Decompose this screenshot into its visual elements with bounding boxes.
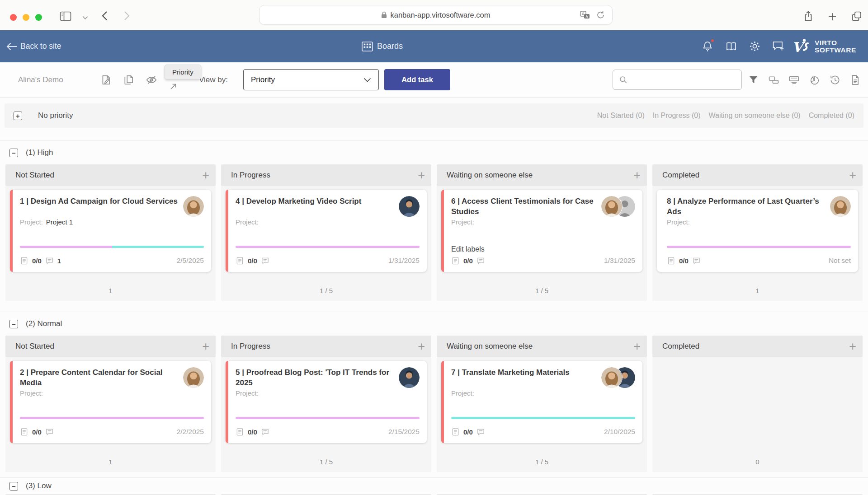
add-card-button[interactable]: +: [849, 169, 856, 182]
add-task-button[interactable]: Add task: [384, 69, 450, 90]
back-to-site-link[interactable]: Back to site: [6, 30, 61, 62]
task-card[interactable]: 6 | Access Client Testimonials for Case …: [441, 190, 642, 272]
tab-overview-icon[interactable]: [852, 11, 862, 21]
sidebar-toggle-icon[interactable]: [60, 11, 71, 21]
card-footer: 0/0 1/31/2025: [451, 255, 635, 266]
boards-nav[interactable]: Boards: [362, 30, 403, 62]
expand-section-icon[interactable]: +: [14, 112, 22, 120]
task-card[interactable]: 2 | Prepare Content Calendar for Social …: [10, 361, 211, 443]
card-footer: 0/0 Not set: [667, 255, 851, 266]
hide-icon[interactable]: [146, 74, 157, 86]
search-icon: [618, 75, 628, 84]
task-card[interactable]: 1 | Design Ad Campaign for Cloud Service…: [10, 190, 211, 272]
comments-icon: [261, 428, 269, 436]
column-name: In Progress: [231, 171, 270, 180]
task-title: 5 | Proofread Blog Post: 'Top IT Trends …: [236, 367, 399, 388]
checklist-count: 0/0: [463, 257, 473, 265]
column-count: 1 / 5: [221, 451, 431, 472]
add-card-button[interactable]: +: [633, 169, 641, 182]
comments-icon: [692, 257, 701, 265]
export-pdf-icon[interactable]: [849, 74, 861, 85]
add-card-button[interactable]: +: [202, 341, 209, 353]
add-card-button[interactable]: +: [202, 169, 209, 182]
collapse-section-icon[interactable]: −: [9, 320, 18, 328]
add-card-button[interactable]: +: [418, 169, 425, 182]
label-color: [20, 417, 204, 419]
add-card-button[interactable]: +: [418, 341, 425, 353]
share-icon[interactable]: [804, 11, 813, 22]
card-settings-icon[interactable]: [788, 74, 800, 85]
forward-icon[interactable]: [124, 11, 130, 21]
task-title: 4 | Develop Marketing Video Script: [236, 196, 399, 206]
checklist-icon: [451, 256, 460, 265]
edit-board-icon[interactable]: [100, 74, 112, 86]
collapse-section-icon[interactable]: −: [9, 482, 18, 490]
due-date: Not set: [829, 257, 851, 265]
label-strip: [20, 246, 204, 248]
label-color: [112, 246, 204, 248]
task-card[interactable]: 4 | Develop Marketing Video Script Proje…: [226, 190, 427, 272]
zoom-window-icon[interactable]: [35, 14, 42, 21]
search-box[interactable]: [613, 70, 742, 90]
label-color: [20, 246, 112, 248]
task-title: 6 | Access Client Testimonials for Case …: [451, 196, 601, 217]
settings-gear-icon[interactable]: [749, 40, 761, 52]
copy-board-icon[interactable]: [123, 74, 135, 86]
due-date: 1/31/2025: [604, 257, 635, 265]
reload-icon[interactable]: [596, 10, 605, 19]
assignees: [830, 196, 851, 217]
column-header: Not Started +: [5, 336, 216, 357]
app-header: Back to site Boards V VIRTO SOFTWARE: [0, 30, 868, 62]
assignees: [601, 196, 635, 217]
assignee-avatar: [601, 196, 622, 217]
minimize-window-icon[interactable]: [23, 14, 29, 21]
task-title: 7 | Translate Marketing Materials: [451, 367, 601, 378]
section-title: (2) Normal: [26, 319, 62, 328]
column-body: 2 | Prepare Content Calendar for Social …: [5, 357, 216, 451]
chart-icon[interactable]: [809, 74, 820, 85]
open-link-icon[interactable]: [170, 83, 177, 90]
filter-icon[interactable]: [748, 74, 759, 85]
notifications-bell-icon[interactable]: [702, 40, 714, 52]
status-count: Completed (0): [809, 112, 854, 120]
checklist-count: 0/0: [32, 257, 42, 265]
search-input[interactable]: [632, 76, 736, 84]
section-title: No priority: [38, 111, 73, 120]
assignees: [183, 367, 204, 388]
feedback-chat-icon[interactable]: [772, 40, 784, 52]
checklist-icon: [20, 427, 28, 436]
view-by-select[interactable]: Priority: [243, 69, 379, 90]
project-row: Project:: [236, 218, 420, 226]
due-date: 2/15/2025: [388, 428, 420, 436]
address-bar[interactable]: kanban-app.virtosoftware.com: [259, 5, 613, 25]
label-color: [451, 417, 635, 419]
priority-tooltip: Priority: [165, 65, 201, 79]
task-title: 8 | Analyze Performance of Last Quarter’…: [667, 196, 830, 217]
collapse-section-icon[interactable]: −: [9, 149, 18, 157]
add-card-button[interactable]: +: [633, 341, 641, 353]
translate-icon[interactable]: [580, 11, 590, 19]
edit-labels-link[interactable]: Edit labels: [451, 245, 635, 253]
close-window-icon[interactable]: [10, 14, 17, 21]
task-card[interactable]: 5 | Proofread Blog Post: 'Top IT Trends …: [226, 361, 427, 443]
chevron-down-icon[interactable]: [82, 16, 88, 20]
new-tab-icon[interactable]: [828, 13, 836, 21]
group-boards-icon[interactable]: [768, 74, 779, 85]
column-body: 5 | Proofread Blog Post: 'Top IT Trends …: [221, 357, 431, 451]
section-header: − (1) High: [0, 141, 868, 164]
add-card-button[interactable]: +: [849, 341, 856, 353]
documentation-book-icon[interactable]: [725, 40, 737, 52]
project-row: Project:Project 1: [20, 218, 204, 226]
column-name: Waiting on someone else: [447, 342, 533, 351]
back-icon[interactable]: [101, 11, 108, 21]
task-card[interactable]: 8 | Analyze Performance of Last Quarter’…: [657, 190, 858, 272]
board-toolbar: Alina's Demo Priority View by: Priority …: [0, 62, 868, 98]
column-header: Completed +: [652, 164, 863, 186]
task-card[interactable]: 7 | Translate Marketing Materials Projec…: [441, 361, 642, 443]
column-count: 1 / 5: [221, 280, 431, 301]
history-icon[interactable]: [829, 74, 840, 85]
assignees: [399, 196, 420, 217]
back-arrow-icon: [6, 42, 17, 51]
column-header: In Progress +: [221, 164, 431, 186]
project-label: Project:: [667, 218, 690, 226]
